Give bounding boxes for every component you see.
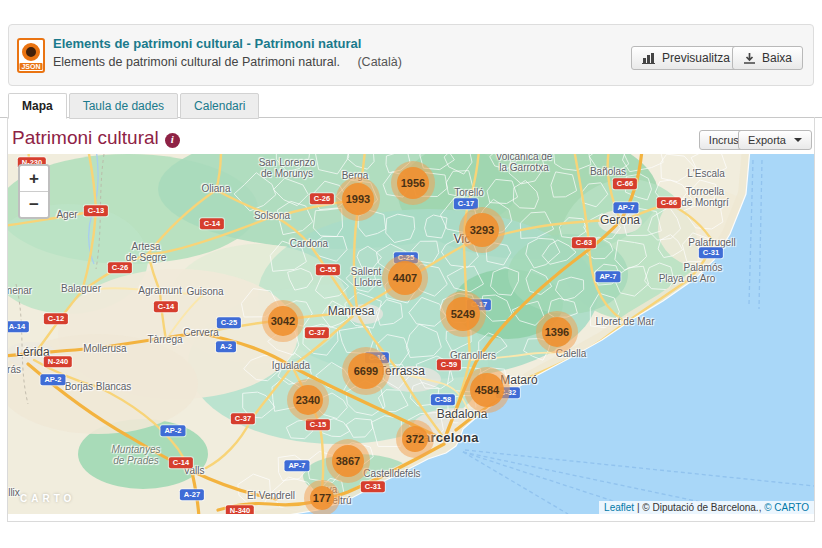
road-badge: C-25: [217, 317, 241, 328]
export-button[interactable]: Exporta: [738, 130, 812, 150]
town-label: Borjas Blancas: [65, 381, 132, 392]
cluster-marker[interactable]: 1396: [536, 311, 578, 353]
town-label: Muntanyes de Prades: [112, 444, 161, 466]
dataset-description: Elements de patrimoni cultural de Patrim…: [53, 55, 402, 69]
town-label: Guisona: [186, 286, 223, 297]
download-button-label: Baixa: [762, 51, 792, 65]
info-icon[interactable]: [165, 133, 180, 148]
cluster-marker[interactable]: 3042: [262, 300, 304, 342]
town-label: Torelló: [454, 187, 483, 198]
town-label: Balaguer: [61, 283, 101, 294]
road-badge: C-31: [699, 247, 723, 258]
town-label: Volcánica de la Garrotxa: [496, 154, 553, 173]
road-badge: C-15: [306, 419, 330, 430]
town-label: Sallent: [351, 266, 382, 277]
preview-button[interactable]: Previsualitza: [631, 46, 741, 70]
road-badge: A-27: [180, 489, 204, 500]
cluster-marker-count: 372: [402, 426, 428, 452]
town-label: Manresa: [328, 305, 375, 318]
map-overlays: San Lorenzo de MorunysOlianaSolsonaCardo…: [8, 154, 814, 514]
cluster-marker-count: 1396: [542, 317, 572, 347]
road-badge: C-12: [44, 313, 68, 324]
town-label: Bañolas: [590, 166, 626, 177]
town-label: Artesa de Segre: [126, 241, 167, 263]
road-badge: C-14: [200, 218, 224, 229]
road-badge: C-58: [431, 394, 455, 405]
cluster-marker-count: 6699: [348, 353, 384, 389]
chevron-down-icon: [794, 138, 802, 142]
leaflet-map[interactable]: San Lorenzo de MorunysOlianaSolsonaCardo…: [8, 154, 814, 514]
cluster-marker[interactable]: 3293: [459, 207, 505, 253]
town-label: Oliana: [202, 183, 231, 194]
cluster-marker-count: 3042: [268, 306, 298, 336]
road-badge: C-37: [305, 327, 329, 338]
cluster-marker[interactable]: 3867: [326, 439, 370, 483]
town-label: Igualada: [272, 360, 310, 371]
cluster-marker[interactable]: 4407: [382, 255, 428, 301]
town-label: El Vendrell: [247, 490, 295, 501]
town-label: Palafrugell: [688, 237, 735, 248]
cluster-marker[interactable]: 372: [396, 420, 434, 458]
cluster-marker-count: 5249: [446, 297, 480, 331]
road-badge: C-63: [572, 237, 596, 248]
town-label: Playa de Aro: [659, 273, 716, 284]
road-badge: C-59: [437, 359, 461, 370]
cluster-marker-count: 3867: [332, 445, 364, 477]
town-label: Llobre: [354, 277, 382, 288]
town-label: Lérida: [16, 346, 49, 359]
leaflet-link[interactable]: Leaflet: [604, 502, 634, 513]
road-badge: C-66: [657, 197, 681, 208]
cluster-marker[interactable]: 177: [304, 480, 340, 514]
cluster-marker[interactable]: 6699: [342, 347, 390, 395]
dataset-title-link[interactable]: Elements de patrimoni cultural - Patrimo…: [53, 36, 361, 51]
tab-taula-de-dades[interactable]: Taula de dades: [69, 93, 178, 119]
zoom-out-button[interactable]: −: [20, 192, 48, 217]
download-button[interactable]: Baixa: [732, 46, 803, 70]
dataset-description-text: Elements de patrimoni cultural de Patrim…: [53, 55, 340, 69]
cluster-marker[interactable]: 2340: [287, 379, 329, 421]
cluster-marker-count: 2340: [293, 385, 323, 415]
road-badge: C-14: [169, 457, 193, 468]
town-label: San Lorenzo de Morunys: [259, 157, 316, 179]
town-label: llix: [8, 487, 20, 498]
cluster-marker-count: 1993: [342, 183, 374, 215]
road-badge: C-26: [310, 193, 334, 204]
road-badge: N-340: [226, 505, 254, 514]
preview-button-label: Previsualitza: [662, 51, 730, 65]
town-label: rás: [8, 364, 21, 375]
town-label: Cervera: [183, 327, 219, 338]
page-title: Patrimoni cultural: [12, 127, 180, 149]
cluster-marker-count: 1956: [397, 167, 429, 199]
road-badge: C-55: [316, 264, 340, 275]
bar-chart-icon: [642, 52, 656, 64]
cluster-marker[interactable]: 5249: [440, 291, 486, 337]
tab-mapa[interactable]: Mapa: [8, 93, 67, 119]
tab-calendari[interactable]: Calendari: [180, 93, 259, 119]
cluster-marker-count: 4407: [388, 261, 422, 295]
town-label: Cardona: [290, 238, 328, 249]
carto-link[interactable]: © CARTO: [764, 502, 809, 513]
road-badge: AP-2: [40, 374, 65, 385]
zoom-control: + −: [18, 164, 50, 219]
zoom-in-button[interactable]: +: [20, 166, 48, 192]
town-label: Mollerusa: [83, 343, 126, 354]
dataset-map-page: JSON Elements de patrimoni cultural - Pa…: [0, 0, 822, 548]
attribution-separator: |: [637, 502, 640, 513]
json-file-icon-dot: [22, 43, 40, 61]
town-label: Tàrrega: [147, 334, 182, 345]
dataset-header-card: JSON Elements de patrimoni cultural - Pa…: [8, 24, 814, 86]
export-button-label: Exporta: [748, 134, 786, 146]
cluster-marker-count: 3293: [465, 213, 499, 247]
town-label: Ager: [56, 209, 77, 220]
town-label: menar: [8, 285, 32, 296]
town-label: Lloret de Mar: [596, 316, 655, 327]
cluster-marker[interactable]: 1956: [391, 161, 435, 205]
road-badge: A-2: [216, 341, 236, 352]
cluster-marker[interactable]: 1993: [336, 177, 380, 221]
cluster-marker[interactable]: 4584: [464, 367, 510, 413]
road-badge: N-240: [44, 356, 72, 367]
tab-bar: MapaTaula de dadesCalendari: [0, 93, 822, 118]
town-label: Agramunt: [138, 285, 181, 296]
road-badge: A-14: [8, 321, 29, 332]
road-badge: C-14: [154, 301, 178, 312]
